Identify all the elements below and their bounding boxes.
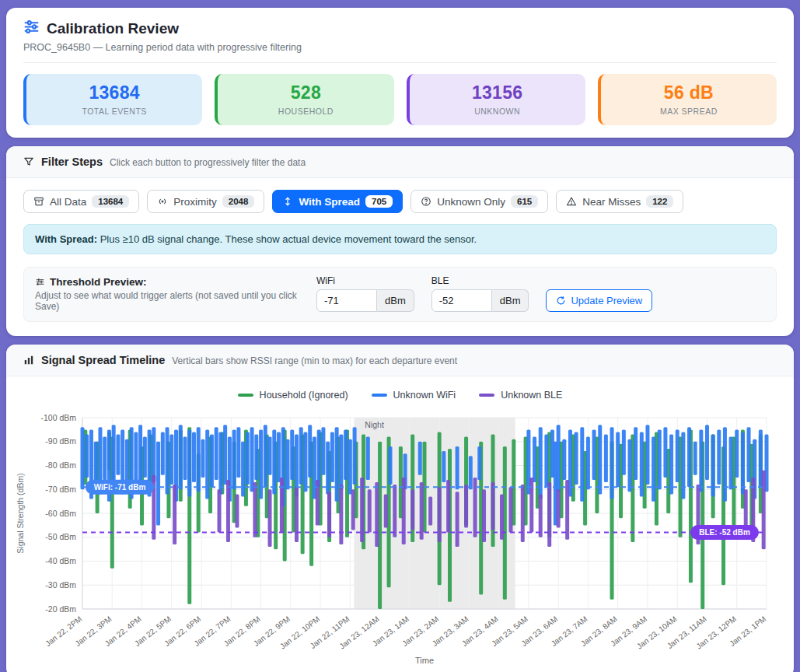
- filter-info-bold: With Spread:: [35, 233, 97, 245]
- ble-field-label: BLE: [431, 275, 529, 286]
- svg-text:-50 dBm: -50 dBm: [45, 532, 76, 541]
- stat-card-max-spread: 56 dB MAX SPREAD: [598, 74, 777, 125]
- filter-info-text: Plus ≥10 dB signal change. These show ac…: [97, 233, 477, 245]
- ble-threshold-field: BLE dBm: [431, 275, 529, 312]
- filter-buttons: All Data 13684 Proximity 2048 With Sprea…: [23, 190, 777, 213]
- filter-count-badge: 122: [646, 195, 673, 208]
- svg-text:-40 dBm: -40 dBm: [45, 556, 76, 565]
- chart-subtitle: Vertical bars show RSSI range (min to ma…: [172, 355, 457, 366]
- legend-dash-green: [238, 394, 253, 397]
- stat-label: HOUSEHOLD: [224, 107, 387, 116]
- chart-title: Signal Spread Timeline: [41, 354, 165, 366]
- page-title: Calibration Review: [47, 20, 179, 37]
- sliders-small-icon: [35, 277, 45, 287]
- archive-icon: [33, 196, 44, 207]
- divider: [23, 62, 777, 63]
- legend-label: Unknown WiFi: [393, 390, 456, 401]
- funnel-icon: [23, 156, 34, 167]
- update-preview-button[interactable]: Update Preview: [546, 289, 652, 312]
- stat-label: TOTAL EVENTS: [33, 107, 196, 116]
- wifi-threshold-field: WiFi dBm: [316, 275, 414, 312]
- wifi-threshold-input[interactable]: [316, 289, 377, 312]
- svg-text:-100 dBm: -100 dBm: [40, 413, 76, 422]
- legend-dash-purple: [479, 394, 494, 397]
- filter-button-with-spread[interactable]: With Spread 705: [272, 190, 403, 213]
- update-preview-label: Update Preview: [571, 295, 642, 306]
- stat-label: MAX SPREAD: [607, 107, 770, 116]
- filter-info-alert: With Spread: Plus ≥10 dB signal change. …: [23, 224, 777, 254]
- filter-count-badge: 13684: [92, 195, 129, 208]
- broadcast-icon: [157, 196, 168, 207]
- signal-spread-panel: Signal Spread Timeline Vertical bars sho…: [6, 345, 794, 672]
- filter-steps-panel: Filter Steps Click each button to progre…: [6, 146, 794, 336]
- stat-label: UNKNOWN: [416, 107, 579, 116]
- stat-value: 13684: [33, 82, 196, 103]
- svg-text:BLE: -52 dBm: BLE: -52 dBm: [699, 528, 750, 537]
- threshold-preview-box: Threshold Preview: Adjust to see what wo…: [23, 267, 777, 322]
- svg-text:-20 dBm: -20 dBm: [45, 604, 76, 614]
- filter-button-unknown-only[interactable]: Unknown Only 615: [410, 190, 548, 213]
- filter-button-label: Proximity: [173, 196, 217, 208]
- legend-label: Unknown BLE: [501, 390, 562, 401]
- arrows-vertical-icon: [282, 196, 293, 207]
- legend-item-household[interactable]: Household (Ignored): [238, 390, 348, 401]
- legend-dash-blue: [372, 394, 387, 397]
- legend-item-unknown-wifi[interactable]: Unknown WiFi: [372, 390, 456, 401]
- svg-text:-80 dBm: -80 dBm: [45, 460, 76, 470]
- sliders-icon: [23, 19, 40, 38]
- calibration-review-panel: Calibration Review PROC_9645B0 — Learnin…: [6, 8, 794, 138]
- stat-value: 56 dB: [607, 82, 770, 103]
- wifi-unit-suffix: dBm: [377, 289, 414, 312]
- stat-card-unknown: 13156 UNKNOWN: [407, 74, 585, 125]
- filter-steps-subtitle: Click each button to progressively filte…: [110, 157, 306, 168]
- svg-text:-90 dBm: -90 dBm: [45, 436, 76, 446]
- refresh-icon: [556, 296, 566, 306]
- bar-chart-icon: [23, 355, 34, 366]
- svg-text:-30 dBm: -30 dBm: [45, 580, 76, 590]
- filter-button-proximity[interactable]: Proximity 2048: [147, 190, 264, 213]
- stat-card-household: 528 HOUSEHOLD: [215, 74, 393, 125]
- svg-text:Time: Time: [415, 656, 434, 665]
- question-circle-icon: [421, 196, 431, 207]
- ble-threshold-input[interactable]: [431, 289, 492, 312]
- filter-button-label: All Data: [50, 196, 86, 208]
- filter-button-label: Unknown Only: [437, 196, 505, 208]
- stat-value: 13156: [416, 82, 579, 103]
- filter-count-badge: 705: [365, 195, 393, 208]
- legend-item-unknown-ble[interactable]: Unknown BLE: [479, 390, 562, 401]
- filter-count-badge: 2048: [222, 195, 255, 208]
- filter-button-near-misses[interactable]: Near Misses 122: [556, 190, 683, 213]
- filter-button-label: Near Misses: [582, 196, 641, 208]
- stat-cards: 13684 TOTAL EVENTS 528 HOUSEHOLD 13156 U…: [23, 74, 777, 125]
- svg-text:-60 dBm: -60 dBm: [45, 509, 76, 518]
- chart-legend: Household (Ignored) Unknown WiFi Unknown…: [6, 376, 794, 404]
- stat-value: 528: [224, 82, 387, 103]
- filter-count-badge: 615: [511, 195, 538, 208]
- legend-label: Household (Ignored): [260, 390, 348, 401]
- stat-card-total-events: 13684 TOTAL EVENTS: [23, 74, 202, 125]
- svg-text:Signal Strength (dBm): Signal Strength (dBm): [16, 473, 25, 553]
- threshold-subtitle: Adjust to see what would trigger alerts …: [35, 290, 299, 312]
- filter-steps-title: Filter Steps: [41, 156, 103, 168]
- svg-text:Night: Night: [365, 420, 384, 429]
- svg-text:-70 dBm: -70 dBm: [45, 485, 76, 494]
- threshold-title: Threshold Preview:: [50, 276, 147, 288]
- ble-unit-suffix: dBm: [492, 289, 529, 312]
- filter-button-all-data[interactable]: All Data 13684: [23, 190, 139, 213]
- signal-spread-chart: Night-100 dBm-90 dBm-80 dBm-70 dBm-60 dB…: [6, 404, 794, 672]
- filter-button-label: With Spread: [299, 196, 360, 208]
- warning-triangle-icon: [566, 196, 577, 207]
- page-subtitle: PROC_9645B0 — Learning period data with …: [23, 42, 777, 53]
- wifi-field-label: WiFi: [316, 275, 414, 286]
- svg-text:WiFi: -71 dBm: WiFi: -71 dBm: [94, 483, 146, 492]
